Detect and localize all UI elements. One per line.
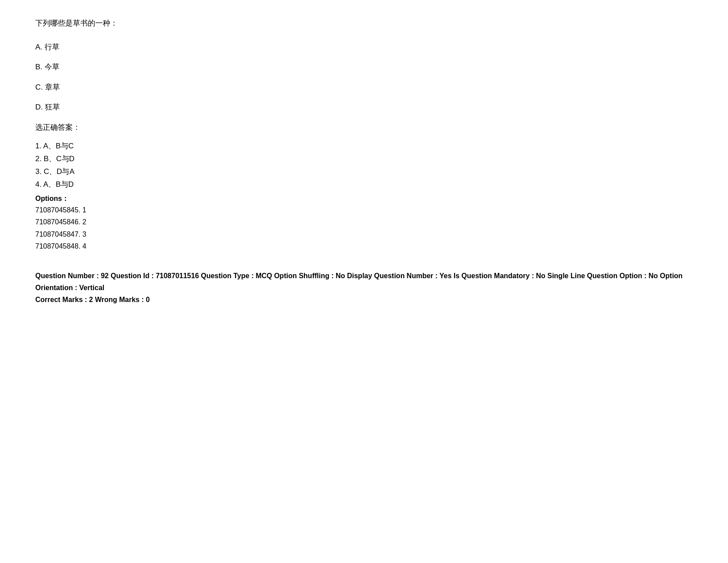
option-d: D. 狂草: [35, 102, 693, 113]
answer-option-3: 3. C、D与A: [35, 166, 693, 178]
answer-option-4: 4. A、B与D: [35, 178, 693, 191]
option-id-2: 71087045846. 2: [35, 216, 693, 228]
question-text: 下列哪些是草书的一种：: [35, 18, 693, 29]
options-label: Options：: [35, 193, 693, 204]
option-id-3: 71087045847. 3: [35, 228, 693, 240]
option-a: A. 行草: [35, 42, 693, 53]
option-id-4: 71087045848. 4: [35, 240, 693, 252]
answer-option-2: 2. B、C与D: [35, 153, 693, 166]
meta-line1: Question Number : 92 Question Id : 71087…: [35, 270, 693, 294]
option-b: B. 今草: [35, 61, 693, 73]
select-correct-label: 选正确答案：: [35, 122, 693, 133]
answer-option-1: 1. A、B与C: [35, 140, 693, 153]
option-id-1: 71087045845. 1: [35, 204, 693, 216]
option-c: C. 章草: [35, 82, 693, 93]
question-container: 下列哪些是草书的一种： A. 行草 B. 今草 C. 章草 D. 狂草 选正确答…: [35, 18, 693, 306]
meta-line2: Correct Marks : 2 Wrong Marks : 0: [35, 294, 693, 306]
